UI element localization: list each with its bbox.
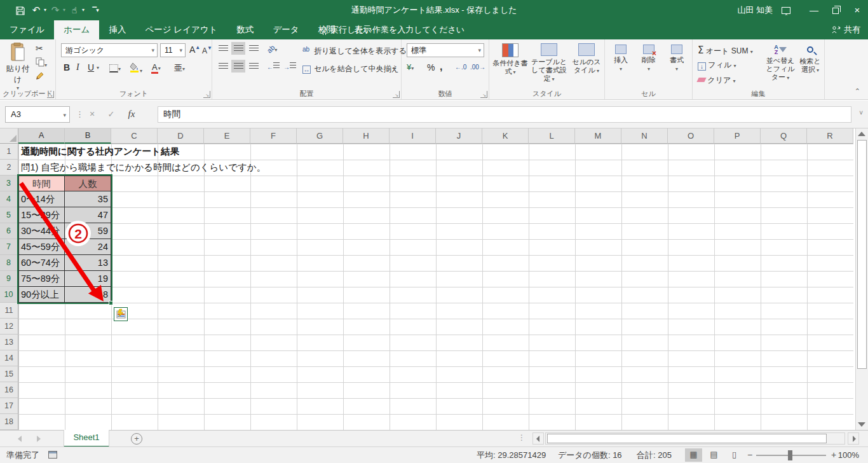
sort-filter-button[interactable]: AZ 並べ替えとフィルター ▾ xyxy=(764,45,797,82)
currency-format-icon[interactable]: ¥▾ xyxy=(407,62,414,72)
cell-B3[interactable]: 人数 xyxy=(65,176,111,191)
cell-B4[interactable]: 35 xyxy=(65,191,111,207)
column-header-I[interactable]: I xyxy=(390,128,436,144)
increase-font-size-icon[interactable]: A▲ xyxy=(189,45,200,55)
hscroll-left-arrow[interactable] xyxy=(532,432,544,445)
cell-styles-button[interactable]: セルのスタイル ▾ xyxy=(569,43,604,75)
macro-record-icon[interactable] xyxy=(48,451,57,459)
column-header-P[interactable]: P xyxy=(714,128,761,144)
row-header-12[interactable]: 12 xyxy=(0,319,18,335)
column-header-C[interactable]: C xyxy=(111,128,158,144)
cell-B9[interactable]: 19 xyxy=(65,271,111,287)
cell-B7[interactable]: 24 xyxy=(65,239,111,255)
tab-数式[interactable]: 数式 xyxy=(227,20,263,39)
minimize-icon[interactable]: — xyxy=(803,0,825,20)
cell-A8[interactable]: 60〜74分 xyxy=(18,255,65,271)
column-header-R[interactable]: R xyxy=(807,128,853,144)
column-header-H[interactable]: H xyxy=(343,128,390,144)
column-header-N[interactable]: N xyxy=(621,128,668,144)
align-bottom-icon[interactable] xyxy=(247,42,261,55)
row-header-16[interactable]: 16 xyxy=(0,382,18,398)
clipboard-dialog-launcher[interactable] xyxy=(47,91,54,98)
increase-indent-icon[interactable]: → xyxy=(283,62,296,71)
cell-A5[interactable]: 15〜29分 xyxy=(18,207,65,223)
tell-me-box[interactable]: 実行したい作業を入力してください xyxy=(321,20,465,39)
row-header-8[interactable]: 8 xyxy=(0,255,18,271)
horizontal-scrollbar[interactable] xyxy=(545,432,845,445)
underline-dropdown-icon[interactable]: ▾ xyxy=(97,65,99,71)
zoom-slider[interactable] xyxy=(756,455,826,456)
row-header-9[interactable]: 9 xyxy=(0,271,18,287)
decrease-decimal-icon[interactable]: .00→ xyxy=(470,64,485,71)
view-page-break-icon[interactable]: ▯ xyxy=(726,448,743,462)
new-sheet-button[interactable]: + xyxy=(131,433,142,445)
sheet-tab-sheet1[interactable]: Sheet1 xyxy=(64,430,109,447)
cell-A10[interactable]: 90分以上 xyxy=(18,287,65,303)
formula-bar-splitter[interactable]: ⋮ xyxy=(76,109,84,119)
column-header-D[interactable]: D xyxy=(158,128,204,144)
number-dialog-launcher[interactable] xyxy=(480,91,487,98)
phonetic-guide-icon[interactable]: 亜▾ xyxy=(174,62,185,74)
decrease-indent-icon[interactable]: ← xyxy=(267,62,280,71)
tab-scrollbar-splitter[interactable]: ⋮ xyxy=(518,433,526,442)
row-header-7[interactable]: 7 xyxy=(0,239,18,255)
autosum-button[interactable]: Σ オート SUM ▾ xyxy=(698,45,753,57)
quick-analysis-button[interactable] xyxy=(114,307,128,321)
row-header-4[interactable]: 4 xyxy=(0,191,18,207)
formula-bar-expand-icon[interactable]: ˅ xyxy=(859,109,863,116)
hscroll-right-arrow[interactable] xyxy=(848,432,859,445)
tab-データ[interactable]: データ xyxy=(263,20,308,39)
cell-A4[interactable]: 0〜14分 xyxy=(18,191,65,207)
row-header-6[interactable]: 6 xyxy=(0,223,18,239)
format-cells-button[interactable]: 書式▾ xyxy=(663,45,690,73)
insert-function-icon[interactable]: fx xyxy=(123,106,140,123)
column-header-E[interactable]: E xyxy=(204,128,250,144)
copy-icon[interactable]: ▾ xyxy=(36,57,47,69)
cell-B5[interactable]: 47 xyxy=(65,207,111,223)
restore-icon[interactable] xyxy=(825,0,846,20)
row-header-17[interactable]: 17 xyxy=(0,398,18,414)
decrease-font-size-icon[interactable]: A▼ xyxy=(202,45,212,55)
tab-ファイル[interactable]: ファイル xyxy=(0,20,54,39)
tab-ホーム[interactable]: ホーム xyxy=(54,20,99,39)
zoom-out-icon[interactable]: − xyxy=(747,447,752,463)
tab-挿入[interactable]: 挿入 xyxy=(99,20,135,39)
italic-button[interactable]: I xyxy=(76,62,79,73)
column-header-F[interactable]: F xyxy=(250,128,297,144)
row-header-18[interactable]: 18 xyxy=(0,414,18,430)
alignment-dialog-launcher[interactable] xyxy=(393,91,400,98)
vertical-scrollbar-thumb[interactable] xyxy=(857,140,867,369)
column-header-L[interactable]: L xyxy=(529,128,575,144)
align-right-icon[interactable] xyxy=(247,60,261,73)
cut-icon[interactable]: ✂ xyxy=(36,43,43,53)
clear-button[interactable]: クリア ▾ xyxy=(698,75,736,86)
cell-A2[interactable]: 問1) 自宅から職場までにかかる時間はどのくらいですか。 xyxy=(18,160,266,176)
underline-button[interactable]: U xyxy=(88,62,94,73)
align-center-icon[interactable] xyxy=(231,60,245,73)
fill-button[interactable]: ↓ フィル ▾ xyxy=(698,60,736,71)
name-box[interactable]: A3▾ xyxy=(5,106,70,123)
column-header-J[interactable]: J xyxy=(436,128,482,144)
cell-B10[interactable]: 8 xyxy=(65,287,111,303)
row-header-1[interactable]: 1 xyxy=(0,144,18,160)
view-normal-icon[interactable]: ▦ xyxy=(685,448,702,462)
merge-dropdown-icon[interactable]: ▾ xyxy=(393,66,395,71)
formula-input[interactable]: 時間 xyxy=(158,106,851,123)
ribbon-display-options-icon[interactable] xyxy=(775,0,797,20)
zoom-in-icon[interactable]: + xyxy=(831,447,836,463)
horizontal-scrollbar-thumb[interactable] xyxy=(547,434,827,443)
align-middle-icon[interactable] xyxy=(231,42,245,55)
merge-center-button[interactable]: ↔ xyxy=(302,64,311,74)
format-as-table-button[interactable]: テーブルとして書式設定 ▾ xyxy=(530,43,568,83)
cell-A1[interactable]: 通勤時間に関する社内アンケート結果 xyxy=(18,144,179,160)
number-format-combo[interactable]: 標準▾ xyxy=(407,43,484,57)
row-header-3[interactable]: 3 xyxy=(0,176,18,191)
column-header-B[interactable]: B xyxy=(65,128,111,144)
find-select-button[interactable]: 検索と選択 ▾ xyxy=(797,45,824,74)
row-header-2[interactable]: 2 xyxy=(0,160,18,176)
zoom-slider-thumb[interactable] xyxy=(788,450,792,460)
fill-color-icon[interactable]: ▾ xyxy=(130,62,142,74)
cell-A7[interactable]: 45〜59分 xyxy=(18,239,65,255)
cell-A3[interactable]: 時間 xyxy=(18,176,65,191)
increase-decimal-icon[interactable]: ←.0 xyxy=(455,64,466,71)
